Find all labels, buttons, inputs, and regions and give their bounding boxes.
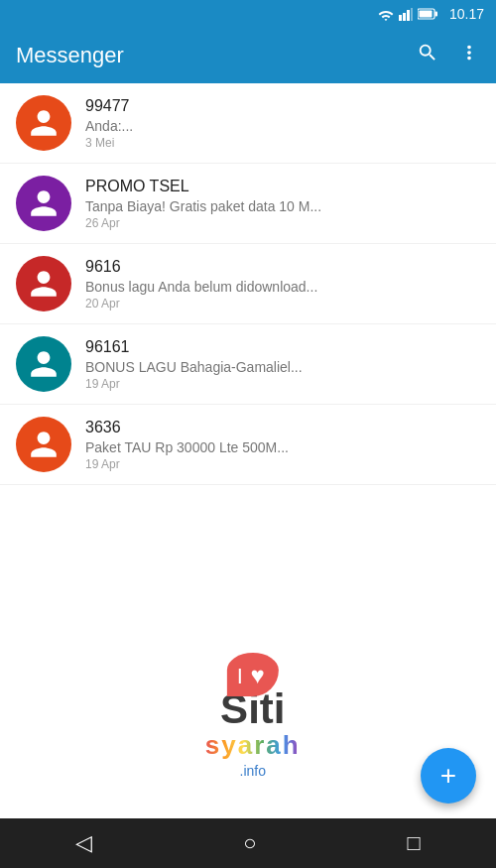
avatar-3 [16, 256, 71, 311]
message-preview-4: BONUS LAGU Bahagia-Gamaliel... [85, 359, 480, 375]
message-content-5: 3636 Paket TAU Rp 30000 Lte 500M... 19 A… [85, 419, 480, 471]
message-item-4[interactable]: 96161 BONUS LAGU Bahagia-Gamaliel... 19 … [0, 324, 496, 405]
battery-icon [418, 8, 437, 20]
message-content-3: 9616 Bonus lagu Anda belum didownload...… [85, 258, 480, 310]
message-item-2[interactable]: PROMO TSEL Tanpa Biaya! Gratis paket dat… [0, 164, 496, 244]
toolbar: Messenger [0, 28, 496, 83]
svg-rect-2 [407, 10, 410, 21]
message-preview-2: Tanpa Biaya! Gratis paket data 10 M... [85, 198, 480, 214]
message-name-2: PROMO TSEL [85, 178, 480, 195]
message-preview-3: Bonus lagu Anda belum didownload... [85, 279, 480, 295]
home-button[interactable]: ○ [243, 830, 256, 856]
more-options-icon[interactable] [458, 42, 480, 69]
fab-plus-icon: + [440, 762, 456, 790]
avatar-1 [16, 95, 71, 151]
search-icon[interactable] [417, 42, 438, 69]
svg-rect-1 [403, 13, 406, 21]
message-date-2: 26 Apr [85, 216, 480, 230]
message-name-1: 99477 [85, 97, 480, 115]
svg-rect-5 [434, 12, 437, 17]
message-item-1[interactable]: 99477 Anda:... 3 Mei [0, 83, 496, 164]
message-list: 99477 Anda:... 3 Mei PROMO TSEL Tanpa Bi… [0, 83, 496, 818]
app-title: Messenger [16, 43, 417, 68]
svg-rect-6 [419, 11, 432, 18]
svg-rect-0 [399, 15, 402, 21]
back-button[interactable]: ◁ [75, 830, 92, 856]
message-content-2: PROMO TSEL Tanpa Biaya! Gratis paket dat… [85, 178, 480, 230]
message-preview-5: Paket TAU Rp 30000 Lte 500M... [85, 439, 480, 455]
message-name-4: 96161 [85, 338, 480, 356]
message-content-4: 96161 BONUS LAGU Bahagia-Gamaliel... 19 … [85, 338, 480, 391]
message-name-5: 3636 [85, 419, 480, 436]
message-item-3[interactable]: 9616 Bonus lagu Anda belum didownload...… [0, 244, 496, 324]
fab-compose[interactable]: + [421, 748, 476, 804]
svg-rect-3 [411, 8, 413, 21]
recents-button[interactable]: □ [408, 830, 421, 856]
status-icons [378, 8, 437, 21]
message-content-1: 99477 Anda:... 3 Mei [85, 97, 480, 150]
message-name-3: 9616 [85, 258, 480, 276]
signal-icon [399, 8, 413, 21]
message-date-5: 19 Apr [85, 457, 480, 471]
message-date-3: 20 Apr [85, 297, 480, 310]
status-bar: 10.17 [0, 0, 496, 28]
status-time: 10.17 [449, 6, 484, 22]
avatar-2 [16, 176, 71, 231]
message-date-1: 3 Mei [85, 136, 480, 150]
message-preview-1: Anda:... [85, 118, 480, 134]
bottom-navigation: ◁ ○ □ [0, 818, 496, 868]
message-item-5[interactable]: 3636 Paket TAU Rp 30000 Lte 500M... 19 A… [0, 405, 496, 485]
wifi-icon [378, 8, 394, 21]
toolbar-icons [417, 42, 480, 69]
avatar-5 [16, 417, 71, 472]
message-date-4: 19 Apr [85, 377, 480, 391]
avatar-4 [16, 336, 71, 392]
